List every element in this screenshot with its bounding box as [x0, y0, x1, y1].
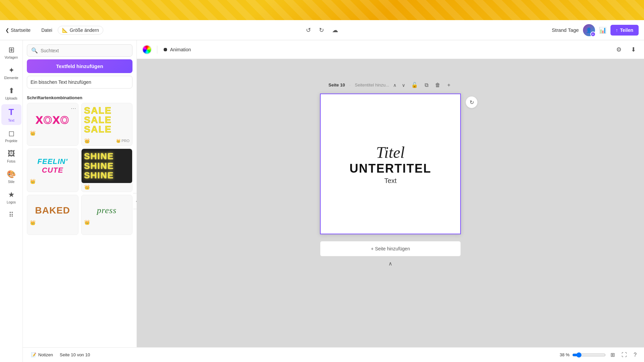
page-add-button[interactable]: +: [445, 81, 452, 89]
shine-line-3: SHINE: [84, 171, 114, 180]
zoom-slider[interactable]: [572, 352, 606, 358]
xoxo-text: XOXO: [30, 114, 75, 126]
sidebar-item-projekte[interactable]: ◻ Projekte: [1, 126, 21, 145]
font-card-press[interactable]: press 👑: [81, 195, 133, 235]
sidebar-label-logos: Logos: [7, 200, 16, 204]
add-textfield-button[interactable]: Textfeld hinzufügen: [27, 59, 132, 73]
datei-button[interactable]: Datei: [39, 26, 55, 34]
sidebar-label-elemente: Elemente: [4, 76, 18, 80]
crown-icon-baked: 👑: [30, 220, 36, 225]
top-decorative-bar: [0, 0, 644, 20]
sidebar-label-vorlagen: Vorlagen: [5, 56, 18, 59]
sidebar-label-text: Text: [8, 119, 14, 122]
refresh-button[interactable]: ↻: [466, 96, 478, 108]
font-card-xoxo[interactable]: ⋯ XOXO 👑: [27, 103, 78, 146]
groesse-button[interactable]: 📐 Größe ändern: [58, 26, 103, 35]
feelin-line2: CUTE: [30, 166, 75, 175]
projekte-icon: ◻: [8, 129, 14, 138]
stile-icon: 🎨: [7, 170, 16, 179]
sidebar-item-uploads[interactable]: ⬆ Uploads: [1, 84, 21, 103]
page-nav-up[interactable]: ∧: [392, 82, 398, 88]
font-combinations-section-title: Schriftartenkombinationen: [23, 93, 137, 103]
font-card-sale[interactable]: SALE SALE SALE 👑 👑 PRO: [81, 103, 133, 146]
font-card-feelin[interactable]: FEELIN' CUTE 👑: [27, 148, 78, 192]
feelin-line1: FEELIN': [30, 157, 75, 166]
sidebar-label-fotos: Fotos: [7, 160, 15, 163]
filter-button[interactable]: ⚙: [613, 43, 624, 56]
pro-crown-icon: 👑: [116, 139, 121, 143]
animation-play-icon: ⏺: [163, 47, 168, 53]
header-right: Strand Tage 👤 + 📊 ↑ Teilen: [343, 24, 639, 36]
canvas-viewport[interactable]: Seite 10 - Seitentitel hinzu... ∧ ∨ 🔓 ⧉ …: [137, 59, 644, 362]
canvas-document[interactable]: Titel UNTERTITEL Text: [320, 94, 461, 234]
animation-button[interactable]: ⏺ Animation: [163, 47, 191, 53]
page-subtitle: Seitentitel hinzu...: [355, 82, 389, 87]
sidebar-item-fotos[interactable]: 🖼 Fotos: [1, 147, 21, 166]
xoxo-footer: 👑: [27, 129, 78, 138]
chart-icon[interactable]: 📊: [599, 26, 606, 34]
crown-icon-xoxo: 👑: [30, 130, 36, 136]
undo-button[interactable]: ↺: [303, 25, 314, 35]
collapse-panel-button[interactable]: ❮: [133, 193, 137, 209]
back-button[interactable]: ❮ Startseite: [5, 27, 31, 33]
sidebar-label-projekte: Projekte: [5, 139, 17, 143]
sale-content: SALE SALE SALE: [82, 103, 132, 137]
crown-icon-feelin: 👑: [30, 179, 36, 184]
xoxo-content: XOXO: [27, 111, 78, 129]
canvas-subtitle-text[interactable]: UNTERTITEL: [350, 162, 431, 176]
page-copy-button[interactable]: ⧉: [423, 81, 430, 89]
page-nav-area: Seite 10 - Seitentitel hinzu... ∧ ∨ 🔓 ⧉ …: [320, 79, 461, 268]
header-left: ❮ Startseite Datei 📐 Größe ändern: [5, 26, 301, 35]
share-button[interactable]: ↑ Teilen: [610, 25, 639, 36]
animation-label: Animation: [170, 47, 191, 52]
sidebar-item-elemente[interactable]: ✦ Elemente: [1, 63, 21, 82]
left-panel: 🔍 Textfeld hinzufügen Ein bisschen Text …: [23, 40, 137, 362]
canvas-doc-wrapper: Titel UNTERTITEL Text ↻: [320, 94, 461, 234]
share-icon: ↑: [616, 27, 618, 33]
feelin-content: FEELIN' CUTE: [27, 155, 78, 177]
feelin-footer: 👑: [27, 177, 78, 186]
add-page-button[interactable]: + Seite hinzufügen: [320, 241, 461, 256]
add-small-text-button[interactable]: Ein bisschen Text hinzufügen: [27, 76, 132, 88]
fotos-icon: 🖼: [8, 149, 15, 158]
more-options-button-xoxo[interactable]: ⋯: [71, 105, 76, 112]
groesse-label: Größe ändern: [70, 27, 99, 33]
press-content: press: [82, 203, 132, 218]
page-lock-button[interactable]: 🔓: [409, 80, 420, 89]
cloud-save-button[interactable]: ☁: [329, 25, 341, 35]
avatar-wrapper[interactable]: 👤 +: [583, 24, 595, 36]
search-icon: 🔍: [31, 47, 38, 54]
vorlagen-icon: ⊞: [8, 46, 14, 54]
grid-view-button[interactable]: ⊞: [608, 350, 617, 359]
apps-icon: ⠿: [9, 211, 14, 219]
canvas-body-text[interactable]: Text: [384, 177, 397, 185]
sidebar-icons: ⊞ Vorlagen ✦ Elemente ⬆ Uploads T Text ◻…: [0, 40, 23, 362]
sidebar-item-logos[interactable]: ★ Logos: [1, 188, 21, 207]
shine-stack: SHINE SHINE SHINE: [84, 152, 130, 180]
font-card-shine[interactable]: SHINE SHINE SHINE 👑: [81, 148, 133, 192]
page-delete-button[interactable]: 🗑: [433, 81, 442, 89]
sidebar-item-apps[interactable]: ⠿: [1, 208, 21, 223]
font-grid: ⋯ XOXO 👑 SALE SALE: [23, 103, 137, 239]
back-icon: ❮: [5, 27, 9, 33]
search-area: 🔍: [23, 40, 137, 59]
uploads-icon: ⬆: [8, 86, 14, 95]
download-button[interactable]: ⬇: [628, 43, 639, 56]
canvas-title-text[interactable]: Titel: [376, 143, 405, 162]
project-name: Strand Tage: [552, 27, 579, 33]
redo-button[interactable]: ↻: [316, 25, 327, 35]
sidebar-item-text[interactable]: T Text: [1, 104, 21, 125]
sidebar-item-vorlagen[interactable]: ⊞ Vorlagen: [1, 43, 21, 62]
search-input[interactable]: [41, 48, 128, 53]
color-picker-button[interactable]: [142, 45, 152, 54]
page-title-bar: Seite 10 - Seitentitel hinzu... ∧ ∨ 🔓 ⧉ …: [324, 79, 456, 91]
help-button[interactable]: ?: [632, 351, 639, 359]
fullscreen-button[interactable]: ⛶: [620, 351, 629, 359]
feelin-text: FEELIN' CUTE: [30, 157, 75, 175]
crown-icon-sale: 👑: [84, 138, 90, 143]
font-card-baked[interactable]: BAKED 👑: [27, 195, 78, 235]
page-scroll-up-button[interactable]: ∧: [387, 259, 394, 268]
sidebar-item-stile[interactable]: 🎨 Stile: [1, 167, 21, 186]
page-nav-down[interactable]: ∨: [400, 82, 407, 88]
bottom-bar: 📝 Notizen Seite 10 von 10 38 % ⊞ ⛶ ?: [137, 347, 644, 362]
